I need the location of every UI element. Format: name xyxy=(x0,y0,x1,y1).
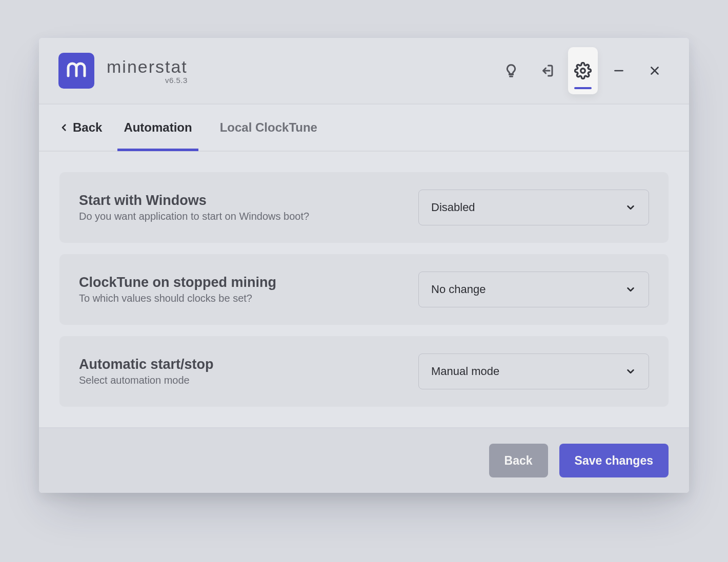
start-with-windows-select[interactable]: Disabled xyxy=(418,190,649,225)
setting-info: ClockTune on stopped mining To which val… xyxy=(79,275,398,304)
tab-label: Local ClockTune xyxy=(220,120,317,135)
minimize-button[interactable] xyxy=(604,56,634,86)
brand-text: minerstat v6.5.3 xyxy=(107,57,188,85)
setting-desc: Do you want application to start on Wind… xyxy=(79,211,398,222)
setting-info: Automatic start/stop Select automation m… xyxy=(79,357,398,386)
chevron-down-icon xyxy=(625,284,636,295)
setting-title: ClockTune on stopped mining xyxy=(79,275,398,290)
settings-button[interactable] xyxy=(568,47,598,94)
setting-clocktune-on-stop: ClockTune on stopped mining To which val… xyxy=(59,254,669,325)
select-value: No change xyxy=(431,283,486,296)
tabs-row: Back Automation Local ClockTune xyxy=(39,105,689,152)
tab-label: Automation xyxy=(124,120,192,135)
tab-automation[interactable]: Automation xyxy=(117,105,198,150)
chevron-down-icon xyxy=(625,202,636,213)
setting-desc: To which values should clocks be set? xyxy=(79,293,398,304)
brand-version: v6.5.3 xyxy=(107,76,188,85)
back-link[interactable]: Back xyxy=(59,120,102,135)
setting-info: Start with Windows Do you want applicati… xyxy=(79,193,398,222)
tips-button[interactable] xyxy=(496,56,526,86)
clocktune-on-stop-select[interactable]: No change xyxy=(418,272,649,307)
logout-icon xyxy=(539,63,555,78)
footer: Back Save changes xyxy=(39,427,689,493)
brand-logo xyxy=(58,53,94,89)
lightbulb-icon xyxy=(503,63,519,78)
tab-local-clocktune[interactable]: Local ClockTune xyxy=(214,105,323,150)
app-window: minerstat v6.5.3 xyxy=(39,38,689,493)
brand: minerstat v6.5.3 xyxy=(58,53,188,89)
select-value: Disabled xyxy=(431,201,475,214)
setting-automatic-start-stop: Automatic start/stop Select automation m… xyxy=(59,336,669,407)
brand-name: minerstat xyxy=(107,57,188,77)
chevron-down-icon xyxy=(625,366,636,377)
close-button[interactable] xyxy=(640,56,670,86)
close-icon xyxy=(648,64,661,77)
svg-point-0 xyxy=(581,69,585,73)
save-button[interactable]: Save changes xyxy=(559,444,669,477)
logout-button[interactable] xyxy=(532,56,562,86)
gear-icon xyxy=(574,62,592,79)
content: Start with Windows Do you want applicati… xyxy=(39,152,689,427)
title-actions xyxy=(496,50,670,91)
back-button[interactable]: Back xyxy=(489,444,548,477)
automatic-start-stop-select[interactable]: Manual mode xyxy=(418,353,649,389)
back-label: Back xyxy=(73,120,102,135)
setting-start-with-windows: Start with Windows Do you want applicati… xyxy=(59,172,669,243)
setting-desc: Select automation mode xyxy=(79,374,398,386)
chevron-left-icon xyxy=(59,123,69,132)
setting-title: Start with Windows xyxy=(79,193,398,209)
setting-title: Automatic start/stop xyxy=(79,357,398,372)
minimize-icon xyxy=(612,64,625,77)
minerstat-m-icon xyxy=(65,59,88,82)
titlebar: minerstat v6.5.3 xyxy=(39,38,689,105)
select-value: Manual mode xyxy=(431,365,499,378)
